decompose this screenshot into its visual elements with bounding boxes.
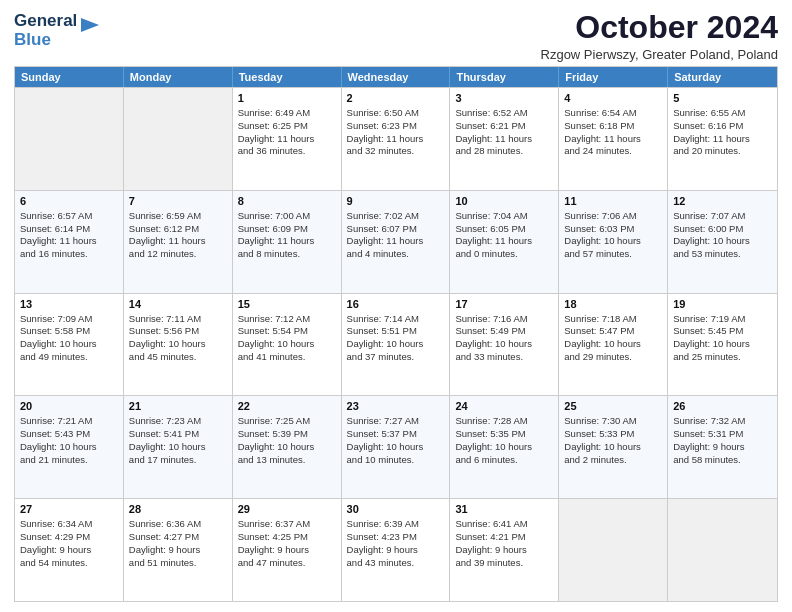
cell-line-4: and 28 minutes.	[455, 145, 553, 158]
day-cell-11: 11Sunrise: 7:06 AMSunset: 6:03 PMDayligh…	[559, 191, 668, 293]
cell-line-3: Daylight: 11 hours	[455, 133, 553, 146]
header-row: General Blue October 2024 Rzgow Pierwszy…	[14, 10, 778, 62]
header-day-wednesday: Wednesday	[342, 67, 451, 87]
day-cell-2: 2Sunrise: 6:50 AMSunset: 6:23 PMDaylight…	[342, 88, 451, 190]
cell-line-3: Daylight: 11 hours	[455, 235, 553, 248]
cell-line-3: Daylight: 10 hours	[238, 338, 336, 351]
day-number: 24	[455, 399, 553, 414]
cell-line-3: Daylight: 11 hours	[673, 133, 772, 146]
cell-line-1: Sunrise: 7:11 AM	[129, 313, 227, 326]
cell-line-1: Sunrise: 7:16 AM	[455, 313, 553, 326]
cell-line-3: Daylight: 11 hours	[238, 133, 336, 146]
day-number: 22	[238, 399, 336, 414]
day-cell-23: 23Sunrise: 7:27 AMSunset: 5:37 PMDayligh…	[342, 396, 451, 498]
cell-line-2: Sunset: 4:29 PM	[20, 531, 118, 544]
cell-line-2: Sunset: 4:25 PM	[238, 531, 336, 544]
cell-line-4: and 8 minutes.	[238, 248, 336, 261]
svg-marker-0	[81, 18, 99, 32]
day-number: 3	[455, 91, 553, 106]
cell-line-1: Sunrise: 6:34 AM	[20, 518, 118, 531]
logo-line2: Blue	[14, 31, 51, 50]
empty-cell	[559, 499, 668, 601]
cell-line-2: Sunset: 5:37 PM	[347, 428, 445, 441]
day-number: 2	[347, 91, 445, 106]
cell-line-2: Sunset: 4:21 PM	[455, 531, 553, 544]
day-number: 26	[673, 399, 772, 414]
day-number: 29	[238, 502, 336, 517]
cell-line-4: and 32 minutes.	[347, 145, 445, 158]
cell-line-1: Sunrise: 6:57 AM	[20, 210, 118, 223]
cell-line-1: Sunrise: 6:36 AM	[129, 518, 227, 531]
day-number: 4	[564, 91, 662, 106]
cell-line-2: Sunset: 6:07 PM	[347, 223, 445, 236]
day-cell-21: 21Sunrise: 7:23 AMSunset: 5:41 PMDayligh…	[124, 396, 233, 498]
calendar-row-5: 27Sunrise: 6:34 AMSunset: 4:29 PMDayligh…	[15, 498, 777, 601]
day-cell-8: 8Sunrise: 7:00 AMSunset: 6:09 PMDaylight…	[233, 191, 342, 293]
day-cell-24: 24Sunrise: 7:28 AMSunset: 5:35 PMDayligh…	[450, 396, 559, 498]
header-day-monday: Monday	[124, 67, 233, 87]
cell-line-2: Sunset: 5:33 PM	[564, 428, 662, 441]
cell-line-1: Sunrise: 6:55 AM	[673, 107, 772, 120]
day-number: 9	[347, 194, 445, 209]
cell-line-1: Sunrise: 7:00 AM	[238, 210, 336, 223]
cell-line-2: Sunset: 6:23 PM	[347, 120, 445, 133]
cell-line-2: Sunset: 5:47 PM	[564, 325, 662, 338]
cell-line-4: and 0 minutes.	[455, 248, 553, 261]
cell-line-4: and 12 minutes.	[129, 248, 227, 261]
cell-line-4: and 2 minutes.	[564, 454, 662, 467]
cell-line-2: Sunset: 6:14 PM	[20, 223, 118, 236]
day-cell-4: 4Sunrise: 6:54 AMSunset: 6:18 PMDaylight…	[559, 88, 668, 190]
cell-line-4: and 49 minutes.	[20, 351, 118, 364]
cell-line-1: Sunrise: 7:27 AM	[347, 415, 445, 428]
cell-line-1: Sunrise: 7:21 AM	[20, 415, 118, 428]
cell-line-2: Sunset: 5:45 PM	[673, 325, 772, 338]
cell-line-2: Sunset: 6:18 PM	[564, 120, 662, 133]
cell-line-4: and 39 minutes.	[455, 557, 553, 570]
cell-line-1: Sunrise: 6:37 AM	[238, 518, 336, 531]
cell-line-3: Daylight: 9 hours	[20, 544, 118, 557]
cell-line-3: Daylight: 10 hours	[129, 441, 227, 454]
cell-line-4: and 10 minutes.	[347, 454, 445, 467]
day-cell-27: 27Sunrise: 6:34 AMSunset: 4:29 PMDayligh…	[15, 499, 124, 601]
cell-line-2: Sunset: 5:51 PM	[347, 325, 445, 338]
cell-line-2: Sunset: 6:00 PM	[673, 223, 772, 236]
header-day-sunday: Sunday	[15, 67, 124, 87]
day-cell-22: 22Sunrise: 7:25 AMSunset: 5:39 PMDayligh…	[233, 396, 342, 498]
cell-line-3: Daylight: 10 hours	[673, 338, 772, 351]
cell-line-4: and 54 minutes.	[20, 557, 118, 570]
cell-line-3: Daylight: 10 hours	[347, 441, 445, 454]
cell-line-4: and 16 minutes.	[20, 248, 118, 261]
day-cell-19: 19Sunrise: 7:19 AMSunset: 5:45 PMDayligh…	[668, 294, 777, 396]
cell-line-4: and 45 minutes.	[129, 351, 227, 364]
logo-line1: General	[14, 12, 77, 31]
empty-cell	[15, 88, 124, 190]
day-cell-25: 25Sunrise: 7:30 AMSunset: 5:33 PMDayligh…	[559, 396, 668, 498]
calendar-header: SundayMondayTuesdayWednesdayThursdayFrid…	[15, 67, 777, 87]
cell-line-1: Sunrise: 7:09 AM	[20, 313, 118, 326]
day-number: 31	[455, 502, 553, 517]
cell-line-3: Daylight: 10 hours	[238, 441, 336, 454]
day-cell-18: 18Sunrise: 7:18 AMSunset: 5:47 PMDayligh…	[559, 294, 668, 396]
cell-line-2: Sunset: 4:23 PM	[347, 531, 445, 544]
cell-line-1: Sunrise: 6:50 AM	[347, 107, 445, 120]
cell-line-4: and 58 minutes.	[673, 454, 772, 467]
cell-line-4: and 33 minutes.	[455, 351, 553, 364]
cell-line-2: Sunset: 5:31 PM	[673, 428, 772, 441]
cell-line-3: Daylight: 10 hours	[455, 338, 553, 351]
cell-line-2: Sunset: 6:03 PM	[564, 223, 662, 236]
cell-line-2: Sunset: 6:12 PM	[129, 223, 227, 236]
cell-line-1: Sunrise: 7:18 AM	[564, 313, 662, 326]
day-cell-7: 7Sunrise: 6:59 AMSunset: 6:12 PMDaylight…	[124, 191, 233, 293]
header-day-tuesday: Tuesday	[233, 67, 342, 87]
cell-line-3: Daylight: 11 hours	[238, 235, 336, 248]
cell-line-1: Sunrise: 6:49 AM	[238, 107, 336, 120]
cell-line-4: and 20 minutes.	[673, 145, 772, 158]
day-number: 14	[129, 297, 227, 312]
day-number: 21	[129, 399, 227, 414]
cell-line-3: Daylight: 11 hours	[347, 235, 445, 248]
cell-line-1: Sunrise: 6:54 AM	[564, 107, 662, 120]
cell-line-1: Sunrise: 7:28 AM	[455, 415, 553, 428]
cell-line-1: Sunrise: 7:30 AM	[564, 415, 662, 428]
header-day-friday: Friday	[559, 67, 668, 87]
location: Rzgow Pierwszy, Greater Poland, Poland	[541, 47, 778, 62]
